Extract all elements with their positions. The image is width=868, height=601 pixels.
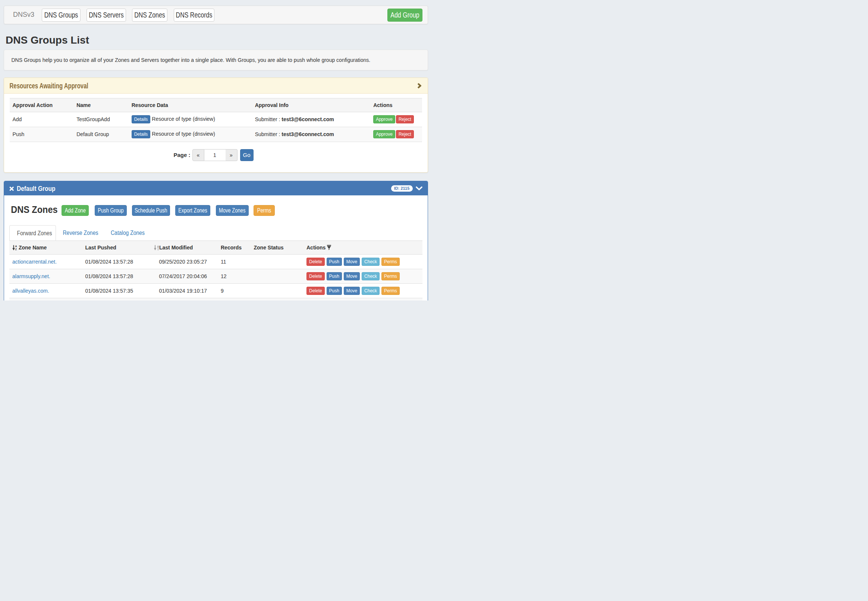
svg-text:Z: Z: [15, 248, 17, 250]
svg-text:A: A: [15, 245, 17, 247]
